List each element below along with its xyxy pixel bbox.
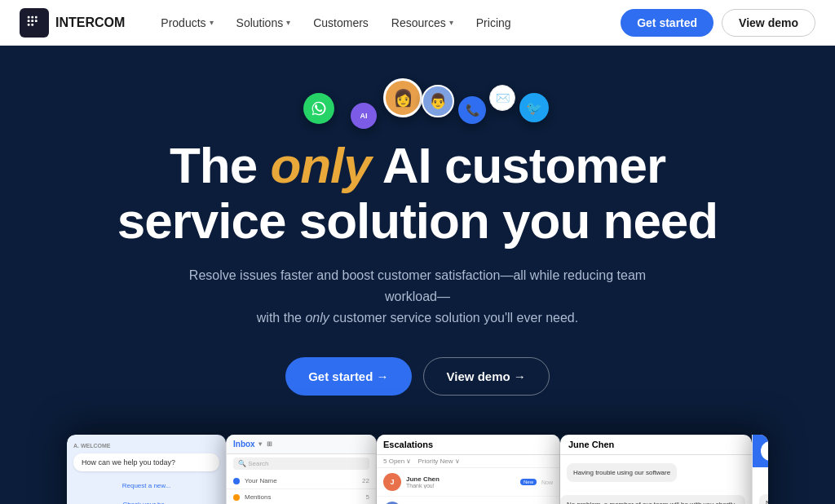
chat-panel-header: June Chen bbox=[560, 435, 752, 455]
escalations-header: Escalations bbox=[377, 435, 559, 455]
chat-option-2[interactable]: Check your ba... bbox=[73, 497, 219, 504]
escalations-subheader: 5 Open ∨ Priority New ∨ bbox=[377, 455, 559, 468]
search-row: 🔍 Search bbox=[227, 454, 376, 473]
hero-subtext: Resolve issues faster and boost customer… bbox=[181, 265, 654, 328]
svg-rect-6 bbox=[28, 23, 30, 25]
inbox-dot bbox=[233, 478, 240, 484]
escalation-row-2[interactable]: S Sam Olsen I have a quest... 2min bbox=[377, 497, 559, 504]
nav-actions: Get started View demo bbox=[621, 9, 815, 37]
ai-avatar: C bbox=[761, 441, 768, 461]
chat-panel: A. WELCOME How can we help you today? Re… bbox=[67, 435, 226, 504]
chevron-down-icon: ▾ bbox=[210, 18, 214, 27]
hero-view-demo-button[interactable]: View demo → bbox=[423, 357, 550, 396]
svg-rect-2 bbox=[35, 15, 38, 18]
view-demo-button[interactable]: View demo bbox=[722, 9, 815, 37]
inbox-row-yours[interactable]: Your Name 22 bbox=[227, 473, 376, 489]
inbox-search[interactable]: 🔍 Search bbox=[233, 458, 369, 470]
escalation-row-1[interactable]: J June Chen Thank you! New Now bbox=[377, 468, 559, 497]
nav-customers[interactable]: Customers bbox=[303, 10, 378, 36]
chat-option-1[interactable]: Request a new... bbox=[73, 478, 219, 493]
avatar-icon-1: 👩 bbox=[383, 78, 422, 117]
new-badge: New bbox=[520, 479, 537, 485]
escalation-avatar: J bbox=[383, 473, 401, 491]
logo-icon bbox=[20, 8, 49, 38]
ai-bubbles: having trouble using our software No pro… bbox=[753, 467, 768, 504]
chat-question: How can we help you today? bbox=[73, 453, 219, 471]
avatar-icon-2: 👨 bbox=[422, 85, 454, 117]
inbox-header: Inbox ▾ ⊞ bbox=[227, 435, 376, 454]
escalations-panel: Escalations 5 Open ∨ Priority New ∨ J Ju… bbox=[377, 435, 560, 504]
heading-highlight: only bbox=[270, 137, 370, 193]
get-started-button[interactable]: Get started bbox=[621, 9, 714, 37]
main-chat-panel: June Chen Having trouble using our softw… bbox=[560, 435, 752, 504]
logo-text: INTERCOM bbox=[55, 15, 125, 30]
svg-rect-1 bbox=[31, 15, 33, 18]
nav-resources[interactable]: Resources ▾ bbox=[382, 10, 463, 36]
chevron-down-icon: ▾ bbox=[286, 18, 290, 27]
floating-icons: AI 👩 👨 📞 ✉️ 🐦 bbox=[287, 78, 548, 131]
ai-icon: AI bbox=[351, 103, 377, 129]
hero-section: AI 👩 👨 📞 ✉️ 🐦 The only AI customer servi… bbox=[0, 46, 835, 504]
svg-rect-7 bbox=[31, 23, 33, 25]
chat-bubbles: Having trouble using our software No pro… bbox=[560, 455, 752, 504]
hero-get-started-button[interactable]: Get started → bbox=[285, 357, 411, 396]
svg-rect-0 bbox=[28, 15, 30, 18]
inbox-label: Inbox bbox=[233, 440, 255, 449]
whatsapp-icon bbox=[303, 93, 334, 124]
nav-links: Products ▾ Solutions ▾ Customers Resourc… bbox=[151, 10, 621, 36]
phone-icon: 📞 bbox=[458, 96, 486, 124]
ai-panel: C Clara Active having trouble using our … bbox=[752, 435, 768, 504]
twitter-icon: 🐦 bbox=[519, 93, 549, 122]
dashboard-preview: A. WELCOME How can we help you today? Re… bbox=[67, 435, 768, 504]
nav-products[interactable]: Products ▾ bbox=[151, 10, 223, 36]
navbar: INTERCOM Products ▾ Solutions ▾ Customer… bbox=[0, 0, 835, 46]
ai-panel-header: C Clara Active bbox=[753, 435, 768, 467]
chat-bubble-1: Having trouble using our software bbox=[567, 463, 677, 482]
svg-rect-4 bbox=[31, 20, 33, 22]
inbox-row-mentions[interactable]: Mentions 5 bbox=[227, 489, 376, 504]
inbox-panel: Inbox ▾ ⊞ 🔍 Search Your Name 22 Mentions… bbox=[226, 435, 377, 504]
nav-pricing[interactable]: Pricing bbox=[466, 10, 521, 36]
ai-bubble-2: No problem, a member of our team will be… bbox=[759, 494, 768, 504]
hero-ctas: Get started → View demo → bbox=[285, 357, 550, 396]
hero-heading: The only AI customer service solution yo… bbox=[83, 138, 752, 249]
inbox-dot bbox=[233, 494, 240, 501]
logo[interactable]: INTERCOM bbox=[20, 8, 125, 38]
svg-rect-3 bbox=[28, 20, 30, 22]
email-icon: ✉️ bbox=[489, 85, 515, 111]
chevron-down-icon: ▾ bbox=[449, 18, 453, 27]
chat-bubble-2: No problem, a member of our team will be… bbox=[560, 495, 745, 504]
svg-rect-5 bbox=[35, 20, 38, 22]
welcome-label: A. WELCOME bbox=[73, 443, 219, 449]
nav-solutions[interactable]: Solutions ▾ bbox=[227, 10, 301, 36]
